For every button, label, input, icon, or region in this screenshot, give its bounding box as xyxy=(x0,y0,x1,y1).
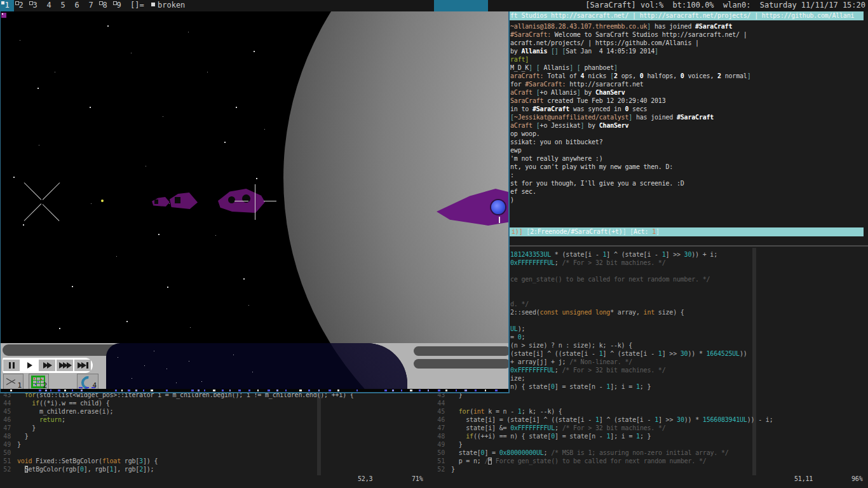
tick xyxy=(198,390,200,391)
tick xyxy=(72,390,73,391)
line-number: 50 xyxy=(437,449,445,457)
game-window[interactable]: 1 2 4 xyxy=(0,11,510,393)
bar-tag-6[interactable]: 6 xyxy=(70,0,84,11)
code-line: 0xFFFFFFFFUL; /* For > 32 bit machines. … xyxy=(510,259,747,267)
star xyxy=(59,328,60,329)
faster-forward-button[interactable] xyxy=(57,360,73,371)
code-line: 47 } xyxy=(0,424,354,432)
star xyxy=(236,107,237,108)
code-line: ize; xyxy=(510,374,747,383)
star xyxy=(189,361,189,362)
vim-ruler-right: 51,11 xyxy=(794,475,813,482)
fast-forward-button[interactable] xyxy=(39,360,55,371)
line-number: 51 xyxy=(3,457,11,465)
tick xyxy=(419,390,421,391)
tick xyxy=(268,390,270,391)
tick-marks xyxy=(1,389,508,392)
code-area: 43 }4445 for(int k = n - 1; k; --k) {46 … xyxy=(434,391,773,473)
tick xyxy=(39,390,41,391)
bar-tag-9[interactable]: 9 xyxy=(112,0,126,11)
vim-ruler-left: 52,3 xyxy=(358,475,372,482)
code-area-fragments: 181243353UL * (state[i - 1] ^ (state[i -… xyxy=(510,250,747,391)
tag-indicator-icon xyxy=(113,1,117,5)
code-line: 49 } xyxy=(434,440,773,449)
chat-line: for #SaraCraft: http://saracraft.net xyxy=(510,80,750,88)
chat-line: ewp xyxy=(510,146,750,154)
star xyxy=(215,235,216,236)
tick xyxy=(438,390,440,391)
planet-dark-side xyxy=(283,343,407,389)
tool-hook-button[interactable]: 4 xyxy=(77,374,98,390)
tick xyxy=(115,390,117,391)
top-bar: 123456789 []= broken [SaraCraft] vol:% b… xyxy=(0,0,868,11)
play-button[interactable] xyxy=(21,360,37,371)
tick xyxy=(410,390,412,391)
bar-tag-1[interactable]: 1 xyxy=(0,0,14,11)
star xyxy=(188,32,189,32)
line-number: 49 xyxy=(3,440,11,449)
code-line xyxy=(510,283,747,292)
bar-tag-7[interactable]: 7 xyxy=(84,0,98,11)
line-number: 48 xyxy=(437,432,445,440)
code-line: d. */ xyxy=(510,300,747,308)
ship-small-2 xyxy=(170,193,198,209)
bar-tags: 123456789 xyxy=(0,0,126,11)
code-line: 181243353UL * (state[i - 1] ^ (state[i -… xyxy=(510,250,747,259)
chat-line: nt, you can't play with my new game then… xyxy=(510,163,750,171)
chat-line: st for you though, I'll give you a scree… xyxy=(510,179,750,187)
tick xyxy=(222,390,224,391)
star xyxy=(116,256,117,257)
tick xyxy=(428,390,429,391)
code-line: = 0; xyxy=(510,333,747,341)
bar-window-title: broken xyxy=(158,0,185,11)
code-line: 50 state[0] = 0x80000000UL; /* MSB is 1;… xyxy=(434,449,773,457)
tick xyxy=(58,390,60,391)
line-number: 45 xyxy=(3,407,11,416)
chat-line: ef sec. xyxy=(510,187,750,196)
skip-end-button[interactable] xyxy=(74,360,91,371)
star xyxy=(13,177,15,178)
tick xyxy=(81,390,83,391)
toolbar-pill xyxy=(414,346,510,356)
bar-layout-symbol[interactable]: []= xyxy=(130,0,144,11)
tick xyxy=(45,390,47,391)
code-line: 46 state[i] = (state[i] ^ ((state[i - 1]… xyxy=(434,416,773,424)
star xyxy=(252,372,253,372)
line-number: 48 xyxy=(3,432,11,440)
star xyxy=(248,305,249,306)
tool-grid-button[interactable]: 2 xyxy=(29,374,49,390)
bar-accent-block xyxy=(434,0,488,11)
tick xyxy=(401,390,402,391)
code-line: 0xFFFFFFFFUL; /* For > 32 bit machines. … xyxy=(510,366,747,374)
tick xyxy=(10,390,12,391)
bar-tag-8[interactable]: 8 xyxy=(98,0,112,11)
game-toolbar: 1 2 4 xyxy=(1,343,508,389)
ship-small-1 xyxy=(152,197,170,207)
tick xyxy=(465,390,467,391)
line-number: 46 xyxy=(3,416,11,424)
bar-tag-3[interactable]: 3 xyxy=(28,0,42,11)
chat-line: : xyxy=(510,171,750,179)
tick xyxy=(299,390,302,391)
code-line: 47 state[i] &= 0xFFFFFFFFUL; /* For > 32… xyxy=(434,424,773,432)
tick xyxy=(64,390,66,391)
star xyxy=(20,40,20,41)
code-line xyxy=(510,316,747,325)
tick xyxy=(329,390,331,391)
star xyxy=(23,224,24,226)
pause-button[interactable] xyxy=(3,360,20,371)
tick xyxy=(318,390,320,391)
line-number: 44 xyxy=(3,399,11,407)
chat-line: ~allanis@188.28.43.107.threembb.co.uk] h… xyxy=(510,22,750,30)
bar-tag-2[interactable]: 2 xyxy=(14,0,28,11)
bar-tag-4[interactable]: 4 xyxy=(42,0,56,11)
tool-angle-button[interactable]: 1 xyxy=(3,374,24,390)
star xyxy=(233,355,234,355)
star xyxy=(55,72,55,72)
ship-engine-glow xyxy=(491,200,505,214)
bar-tag-5[interactable]: 5 xyxy=(56,0,70,11)
floating-indicator-icon xyxy=(151,3,155,6)
tick xyxy=(308,390,310,391)
star xyxy=(39,145,39,146)
chat-line: #SaraCraft: Welcome to SaraCraft Studios… xyxy=(510,30,750,39)
